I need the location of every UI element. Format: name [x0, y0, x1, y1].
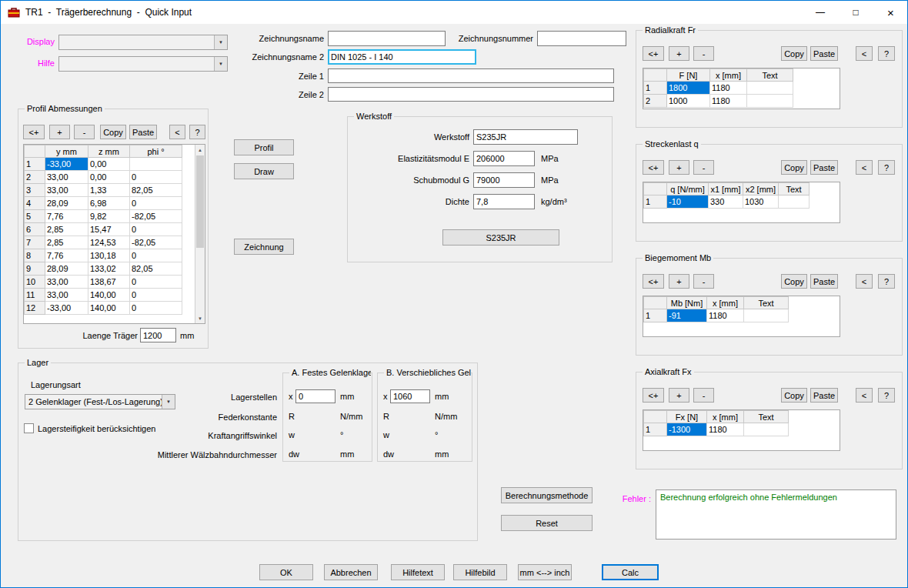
copy-button[interactable]: Copy — [781, 160, 807, 175]
grid-cell[interactable]: 33,00 — [45, 289, 88, 302]
grid-cell[interactable]: 1 — [644, 82, 667, 95]
grid-cell[interactable]: 7 — [25, 236, 45, 249]
grid-cell[interactable] — [744, 309, 789, 322]
mm-inch-toggle-button[interactable]: mm <--> inch — [518, 564, 572, 580]
grid-cell[interactable]: 4 — [25, 197, 45, 210]
grid-cell[interactable]: 33,00 — [45, 184, 88, 197]
grid-cell[interactable]: 124,53 — [88, 236, 130, 249]
grid-cell[interactable]: 0 — [130, 249, 182, 262]
grid-cell[interactable]: 130,18 — [88, 249, 130, 262]
grid-cell[interactable]: 9,82 — [88, 210, 130, 223]
copy-button[interactable]: Copy — [781, 46, 807, 61]
zeile1-input[interactable] — [328, 68, 614, 83]
add-row-button[interactable]: + — [49, 125, 70, 139]
grid-cell[interactable]: 1180 — [707, 309, 744, 322]
zeile2-input[interactable] — [328, 87, 614, 102]
grid-cell[interactable]: -33,00 — [45, 158, 88, 171]
insert-row-button[interactable]: <+ — [643, 46, 664, 61]
add-row-button[interactable]: + — [669, 46, 689, 61]
grid-cell[interactable]: 138,67 — [88, 276, 130, 289]
grid-cell[interactable]: 33,00 — [45, 171, 88, 184]
grid-cell[interactable]: 140,00 — [88, 289, 130, 302]
grid-cell[interactable]: 0 — [130, 289, 182, 302]
add-row-button[interactable]: + — [669, 160, 689, 175]
grid-cell[interactable]: 1 — [25, 158, 45, 171]
grid-cell[interactable]: -10 — [667, 195, 709, 209]
add-row-button[interactable]: + — [669, 274, 689, 289]
grid-cell[interactable]: 1180 — [710, 82, 747, 95]
lagerstelle-a-input[interactable] — [295, 389, 335, 403]
minimize-button[interactable]: — — [803, 1, 838, 24]
grid-cell[interactable]: 6 — [25, 223, 45, 236]
remove-row-button[interactable]: - — [693, 46, 714, 61]
grid-cell[interactable]: 7,76 — [45, 210, 88, 223]
profil-button[interactable]: Profil — [234, 139, 294, 155]
grid-cell[interactable]: 6,98 — [88, 197, 130, 210]
werkstoff-input[interactable] — [473, 129, 578, 145]
help-button[interactable]: ? — [189, 125, 205, 139]
ok-button[interactable]: OK — [259, 564, 313, 580]
help-button[interactable]: ? — [878, 274, 895, 289]
hilfe-dropdown[interactable]: ▼ — [58, 56, 228, 72]
display-dropdown[interactable]: ▼ — [58, 35, 228, 50]
reset-button[interactable]: Reset — [501, 515, 593, 531]
grid-cell[interactable]: 12 — [25, 302, 45, 315]
grid-cell[interactable]: -33,00 — [45, 302, 88, 315]
grid-cell[interactable] — [744, 423, 789, 436]
grid-cell[interactable]: 82,05 — [130, 184, 182, 197]
grid-cell[interactable]: 2 — [644, 95, 667, 108]
grid-cell[interactable]: -1300 — [667, 423, 707, 436]
grid-cell[interactable]: 2 — [25, 171, 45, 184]
back-button[interactable]: < — [856, 388, 873, 403]
grid-cell[interactable]: 8 — [25, 249, 45, 262]
close-button[interactable]: × — [873, 1, 908, 24]
paste-button[interactable]: Paste — [810, 160, 838, 175]
material-select-button[interactable]: S235JR — [442, 229, 559, 246]
copy-button[interactable]: Copy — [100, 125, 126, 139]
copy-button[interactable]: Copy — [781, 274, 807, 289]
grid-cell[interactable]: 1 — [644, 309, 667, 322]
paste-button[interactable]: Paste — [810, 388, 838, 403]
grid-cell[interactable]: 1800 — [667, 82, 710, 95]
grid-cell[interactable]: 0 — [130, 197, 182, 210]
grid-cell[interactable]: 1 — [644, 195, 667, 209]
grid-cell[interactable]: 0,00 — [88, 171, 130, 184]
remove-row-button[interactable]: - — [74, 125, 95, 139]
berechnungsmethode-button[interactable]: Berechnungsmethode — [501, 487, 593, 503]
add-row-button[interactable]: + — [669, 388, 689, 403]
grid-cell[interactable]: 28,09 — [45, 262, 88, 276]
grid-cell[interactable]: 10 — [25, 276, 45, 289]
grid-cell[interactable]: 0,00 — [88, 158, 130, 171]
remove-row-button[interactable]: - — [693, 160, 714, 175]
back-button[interactable]: < — [856, 274, 873, 289]
grid-cell[interactable] — [747, 95, 793, 108]
grid-cell[interactable]: 5 — [25, 210, 45, 223]
grid-cell[interactable]: 140,00 — [88, 302, 130, 315]
dichte-input[interactable] — [473, 194, 535, 209]
grid-cell[interactable]: 2,85 — [45, 223, 88, 236]
grid-cell[interactable]: 1030 — [743, 195, 779, 209]
paste-button[interactable]: Paste — [810, 274, 838, 289]
grid-cell[interactable] — [747, 82, 793, 95]
help-button[interactable]: ? — [878, 160, 895, 175]
hilfetext-button[interactable]: Hilfetext — [391, 564, 445, 580]
grid-cell[interactable]: 1000 — [667, 95, 710, 108]
grid-cell[interactable]: 1,33 — [88, 184, 130, 197]
grid-cell[interactable]: 15,47 — [88, 223, 130, 236]
grid-cell[interactable]: 11 — [25, 289, 45, 302]
grid-cell[interactable]: 9 — [25, 262, 45, 276]
zeichnung-button[interactable]: Zeichnung — [234, 239, 294, 255]
grid-cell[interactable]: 1 — [644, 423, 667, 436]
schubmodul-input[interactable] — [473, 172, 535, 188]
remove-row-button[interactable]: - — [693, 274, 714, 289]
back-button[interactable]: < — [856, 160, 873, 175]
abbrechen-button[interactable]: Abbrechen — [324, 564, 378, 580]
zeichnungsnummer-input[interactable] — [537, 31, 626, 46]
maximize-button[interactable]: □ — [838, 1, 873, 24]
scroll-up-icon[interactable]: ▲ — [195, 145, 205, 155]
grid-cell[interactable]: 1180 — [710, 95, 747, 108]
grid-cell[interactable]: 0 — [130, 171, 182, 184]
insert-row-button[interactable]: <+ — [643, 388, 664, 403]
hilfebild-button[interactable]: Hilfebild — [453, 564, 507, 580]
draw-button[interactable]: Draw — [234, 163, 294, 179]
